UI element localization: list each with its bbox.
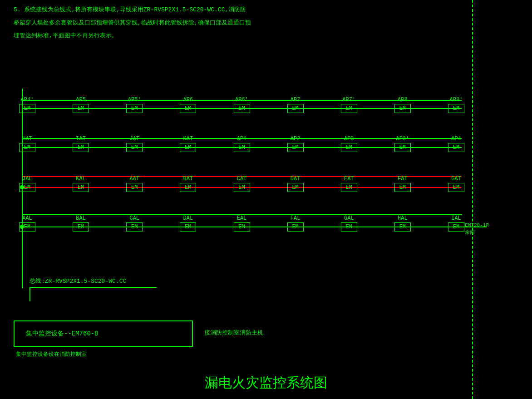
device-box-row3-5: EM xyxy=(287,183,304,192)
device-label-row2-0: HAT xyxy=(22,136,32,142)
device-label-row4-1: BAL xyxy=(76,215,86,222)
device-row2-5: AP2EM xyxy=(287,136,304,152)
device-label-row3-5: DAT xyxy=(291,176,300,182)
diagram-title: 漏电火灾监控系统图 xyxy=(205,374,327,392)
right-em-line2: 余间 xyxy=(465,229,489,236)
device-box-row4-6: EM xyxy=(341,222,357,232)
device-box-row4-8: EM xyxy=(448,222,464,232)
device-label-row1-8: AP8' xyxy=(450,97,463,103)
device-label-row3-0: JAL xyxy=(22,176,32,182)
device-label-row4-5: FAL xyxy=(291,215,300,222)
device-row3-0: JALEM xyxy=(19,176,35,192)
device-row1-0: AP4'EM xyxy=(19,97,35,113)
device-row1-6: AP7'EM xyxy=(341,97,357,113)
device-label-row2-6: AP3 xyxy=(344,136,354,142)
device-row1-3: AP6EM xyxy=(180,97,196,113)
control-box-section: 集中监控设备--EM760-B 接消防控制室消防主机 xyxy=(14,320,193,347)
device-label-row1-5: AP7 xyxy=(291,97,300,103)
device-label-row1-2: AP5' xyxy=(128,97,141,103)
device-label-row4-0: AAL xyxy=(22,215,32,222)
device-row4-4: EALEM xyxy=(234,215,250,232)
device-row4-7: HALEM xyxy=(394,215,411,232)
bus-line-section: 总线:ZR-RVSP2X1.5-SC20-WC.CC xyxy=(30,277,157,301)
device-box-row1-8: EM xyxy=(448,104,464,113)
device-box-row3-1: EM xyxy=(73,183,89,192)
device-row1-5: AP7EM xyxy=(287,97,304,113)
device-row4-3: DALEM xyxy=(180,215,196,232)
device-row4-8: IALEM xyxy=(448,215,464,232)
device-row1-2: AP5'EM xyxy=(126,97,143,113)
device-box-row4-4: EM xyxy=(234,222,250,232)
device-row3-7: FATEM xyxy=(394,176,411,192)
device-label-row2-3: KAT xyxy=(183,136,193,142)
device-label-row2-5: AP2 xyxy=(291,136,300,142)
device-label-row2-2: JAT xyxy=(129,136,139,142)
device-row1-7: AP8EM xyxy=(394,97,411,113)
device-row3-1: KALEM xyxy=(73,176,89,192)
device-box-row1-6: EM xyxy=(341,104,357,113)
device-label-row2-4: AP1 xyxy=(237,136,247,142)
device-row2-8: AP4EM xyxy=(448,136,464,152)
device-box-row1-0: EM xyxy=(19,104,35,113)
device-label-row1-7: AP8 xyxy=(398,97,408,103)
device-row3-4: CATEM xyxy=(234,176,250,192)
device-row2-2: JATEM xyxy=(126,136,143,152)
device-label-row3-6: EAT xyxy=(344,176,354,182)
device-box-row3-2: EM xyxy=(126,183,143,192)
device-row4-2: CALEM xyxy=(126,215,143,232)
device-box-row2-5: EM xyxy=(287,143,304,152)
device-box-row1-3: EM xyxy=(180,104,196,113)
device-label-row3-2: AAT xyxy=(129,176,139,182)
device-label-row3-7: FAT xyxy=(398,176,408,182)
device-row3-2: AATEM xyxy=(126,176,143,192)
device-row1-4: AP6'EM xyxy=(234,97,250,113)
device-row2-7: AP3'EM xyxy=(394,136,411,152)
device-box-row4-7: EM xyxy=(394,222,411,232)
device-row3-3: BATEM xyxy=(180,176,196,192)
bus-vertical xyxy=(30,288,30,301)
device-box-row4-1: EM xyxy=(73,222,89,232)
device-row2-6: AP3EM xyxy=(341,136,357,152)
device-box-row3-8: EM xyxy=(448,183,464,192)
device-box-row4-3: EM xyxy=(180,222,196,232)
device-label-row4-4: EAL xyxy=(237,215,247,222)
device-box-row4-5: EM xyxy=(287,222,304,232)
device-row2-4: AP1EM xyxy=(234,136,250,152)
device-label-row4-6: GAL xyxy=(344,215,354,222)
bus-underline xyxy=(30,287,157,288)
device-box-row2-1: EM xyxy=(73,143,89,152)
device-row1-1: AP5EM xyxy=(73,97,89,113)
control-box: 集中监控设备--EM760-B xyxy=(14,320,193,347)
device-box-row1-2: EM xyxy=(126,104,143,113)
device-row3-8: GATEM xyxy=(448,176,464,192)
device-label-row1-1: AP5 xyxy=(76,97,86,103)
device-row2-0: HATEM xyxy=(19,136,35,152)
device-row2-1: IATEM xyxy=(73,136,89,152)
device-label-row3-4: CAT xyxy=(237,176,247,182)
device-label-row3-1: KAL xyxy=(76,176,86,182)
device-label-row4-3: DAL xyxy=(183,215,193,222)
device-box-row1-1: EM xyxy=(73,104,89,113)
device-box-row2-0: EM xyxy=(19,143,35,152)
device-label-row2-8: AP4 xyxy=(451,136,461,142)
device-box-row2-2: EM xyxy=(126,143,143,152)
bus-line-text: 总线:ZR-RVSP2X1.5-SC20-WC.CC xyxy=(30,277,157,285)
device-box-row3-7: EM xyxy=(394,183,411,192)
control-box-title: 集中监控设备--EM760-B xyxy=(26,330,99,337)
device-label-row2-1: IAT xyxy=(76,136,86,142)
device-box-row3-4: EM xyxy=(234,183,250,192)
device-box-row2-8: EM xyxy=(448,143,464,152)
device-label-row3-8: GAT xyxy=(451,176,461,182)
device-box-row1-7: EM xyxy=(394,104,411,113)
fire-control-label: 接消防控制室消防主机 xyxy=(204,329,263,337)
row4-dot xyxy=(20,225,24,229)
device-label-row3-3: BAT xyxy=(183,176,193,182)
right-em-block: EM720-1R 余间 xyxy=(465,222,489,236)
device-label-row1-4: AP6' xyxy=(235,97,248,103)
device-box-row1-4: EM xyxy=(234,104,250,113)
device-row4-5: FALEM xyxy=(287,215,304,232)
device-location: 集中监控设备设在消防控制室 xyxy=(16,350,87,358)
main-container: 5. 系统接线为总线式,将所有模块串联,导线采用ZR-RVSP2X1.5-SC2… xyxy=(0,0,532,399)
device-row4-0: AALEM xyxy=(19,215,35,232)
device-box-row1-5: EM xyxy=(287,104,304,113)
